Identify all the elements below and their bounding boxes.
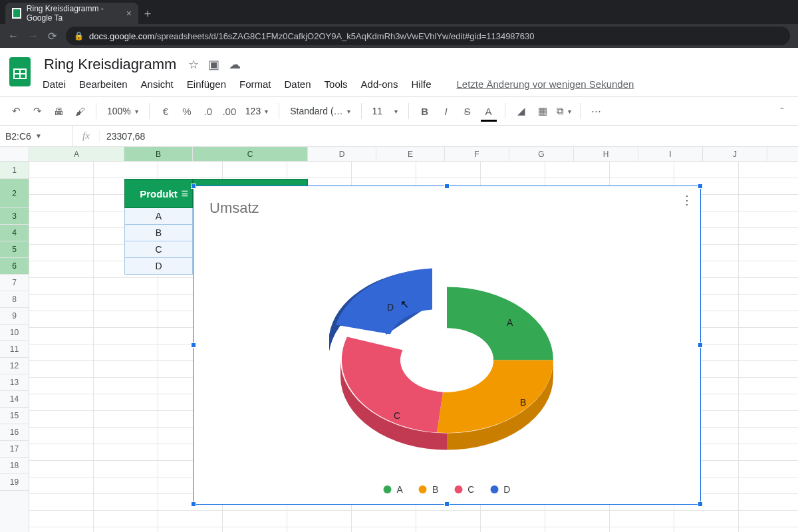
row-header[interactable]: 11: [0, 341, 29, 358]
document-title[interactable]: Ring Kreisdiagramm: [41, 55, 179, 74]
resize-handle[interactable]: [698, 342, 703, 348]
column-header[interactable]: I: [638, 147, 703, 161]
last-edit-link[interactable]: Letzte Änderung vor wenigen Sekunden: [456, 78, 634, 90]
row-header[interactable]: 10: [0, 325, 29, 341]
chart-menu-icon[interactable]: ⋮: [681, 193, 692, 207]
merge-cells-icon[interactable]: ⧉: [555, 102, 573, 120]
legend-item[interactable]: D: [490, 484, 510, 495]
donut-chart[interactable]: A B C D ↖: [307, 247, 587, 469]
row-header[interactable]: 16: [0, 424, 29, 441]
cloud-status-icon[interactable]: ☁: [229, 57, 241, 72]
cells-area[interactable]: Produkt☰ Umsatz A B C D Umsatz ⋮: [29, 162, 798, 532]
svg-point-4: [400, 329, 493, 392]
legend-item[interactable]: B: [419, 484, 438, 495]
font-family-dropdown[interactable]: Standard (…: [286, 102, 354, 120]
legend-swatch: [490, 485, 498, 493]
menu-format[interactable]: Format: [239, 78, 271, 90]
table-cell[interactable]: B: [124, 225, 193, 241]
redo-icon[interactable]: ↷: [28, 102, 47, 120]
table-cell[interactable]: C: [124, 241, 193, 258]
menu-data[interactable]: Daten: [285, 78, 311, 90]
forward-icon[interactable]: →: [28, 30, 39, 42]
number-format-dropdown[interactable]: 123: [241, 102, 272, 120]
resize-handle[interactable]: [191, 342, 196, 348]
column-header[interactable]: B: [124, 147, 193, 161]
menu-insert[interactable]: Einfügen: [187, 78, 226, 90]
fill-color-icon[interactable]: ◢: [512, 102, 531, 120]
menu-tools[interactable]: Tools: [325, 78, 348, 90]
row-header[interactable]: 2: [0, 179, 29, 208]
resize-handle[interactable]: [444, 184, 450, 189]
formula-input[interactable]: 23307,68: [100, 131, 798, 142]
resize-handle[interactable]: [191, 501, 196, 507]
new-tab-button[interactable]: +: [138, 7, 157, 24]
zoom-dropdown[interactable]: 100%: [103, 102, 142, 120]
resize-handle[interactable]: [698, 501, 703, 507]
row-header[interactable]: 18: [0, 458, 29, 474]
legend-item[interactable]: C: [454, 484, 474, 495]
name-box[interactable]: B2:C6 ▼: [0, 126, 73, 146]
column-header[interactable]: C: [193, 147, 308, 161]
row-header[interactable]: 17: [0, 441, 29, 458]
print-icon[interactable]: 🖶: [49, 102, 68, 120]
back-icon[interactable]: ←: [8, 30, 19, 42]
menu-view[interactable]: Ansicht: [141, 78, 174, 90]
row-header[interactable]: 14: [0, 391, 29, 408]
chart-object[interactable]: Umsatz ⋮: [193, 186, 701, 505]
active-tab[interactable]: Ring Kreisdiagramm - Google Ta ×: [5, 3, 138, 24]
resize-handle[interactable]: [444, 501, 450, 507]
decrease-decimal-icon[interactable]: .0: [199, 102, 217, 120]
table-cell[interactable]: D: [124, 258, 193, 275]
filter-icon[interactable]: ☰: [182, 190, 188, 198]
column-header[interactable]: F: [445, 147, 509, 161]
star-icon[interactable]: ☆: [188, 57, 199, 72]
font-size-dropdown[interactable]: 11: [368, 102, 402, 120]
menu-help[interactable]: Hilfe: [411, 78, 431, 90]
column-header[interactable]: G: [509, 147, 574, 161]
more-icon[interactable]: ⋯: [587, 102, 606, 120]
row-header[interactable]: 19: [0, 474, 29, 491]
close-tab-icon[interactable]: ×: [126, 8, 132, 19]
row-header[interactable]: 3: [0, 208, 29, 225]
menu-file[interactable]: Datei: [43, 78, 66, 90]
borders-icon[interactable]: ▦: [533, 102, 552, 120]
spreadsheet-grid[interactable]: ABCDEFGHIJ 12345678910111213141516171819…: [0, 147, 798, 532]
legend-item[interactable]: A: [384, 484, 403, 495]
table-cell[interactable]: A: [124, 208, 193, 225]
row-header[interactable]: 9: [0, 308, 29, 325]
address-bar[interactable]: 🔒 docs.google.com/spreadsheets/d/16sZAG8…: [66, 27, 790, 45]
collapse-toolbar-icon[interactable]: ˆ: [773, 102, 791, 120]
increase-decimal-icon[interactable]: .00: [220, 102, 239, 120]
select-all-corner[interactable]: [0, 147, 29, 162]
column-header[interactable]: A: [29, 147, 124, 161]
move-icon[interactable]: ▣: [208, 57, 219, 72]
row-header[interactable]: 7: [0, 275, 29, 291]
row-header[interactable]: 15: [0, 408, 29, 424]
text-color-icon[interactable]: A: [479, 102, 498, 120]
currency-icon[interactable]: €: [156, 102, 175, 120]
column-header[interactable]: J: [703, 147, 767, 161]
row-header[interactable]: 1: [0, 162, 29, 179]
reload-icon[interactable]: ⟳: [48, 30, 57, 43]
row-header[interactable]: 5: [0, 241, 29, 258]
undo-icon[interactable]: ↶: [7, 102, 25, 120]
row-header[interactable]: 4: [0, 225, 29, 241]
menu-addons[interactable]: Add-ons: [361, 78, 398, 90]
strikethrough-icon[interactable]: S: [458, 102, 477, 120]
row-header[interactable]: 12: [0, 358, 29, 374]
column-header[interactable]: H: [574, 147, 638, 161]
resize-handle[interactable]: [698, 184, 703, 189]
italic-icon[interactable]: I: [437, 102, 456, 120]
menu-edit[interactable]: Bearbeiten: [79, 78, 128, 90]
row-header[interactable]: 8: [0, 291, 29, 308]
bold-icon[interactable]: B: [416, 102, 434, 120]
resize-handle[interactable]: [191, 184, 196, 189]
row-header[interactable]: 13: [0, 374, 29, 391]
column-header[interactable]: E: [376, 147, 445, 161]
row-header[interactable]: 6: [0, 258, 29, 275]
table-header-produkt[interactable]: Produkt☰: [124, 179, 193, 208]
column-header[interactable]: D: [308, 147, 376, 161]
percent-icon[interactable]: %: [178, 102, 196, 120]
paint-format-icon[interactable]: 🖌: [70, 102, 89, 120]
name-box-dropdown-icon[interactable]: ▼: [35, 132, 42, 140]
